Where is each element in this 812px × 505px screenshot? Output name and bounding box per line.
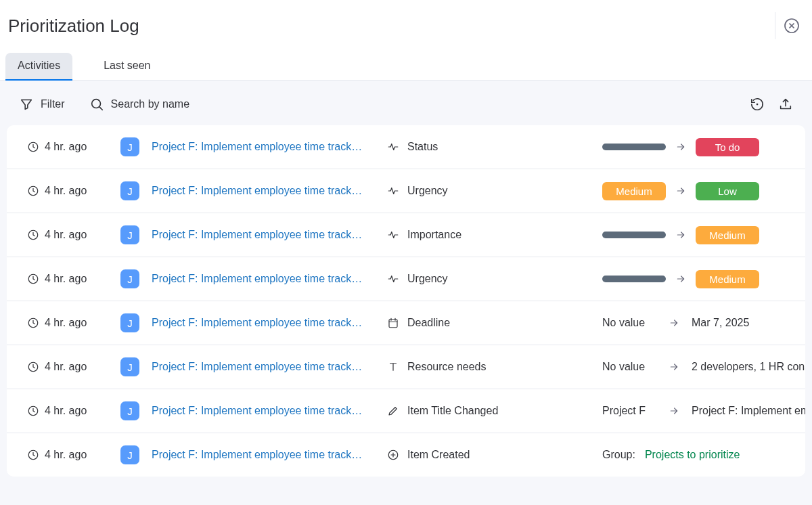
group-link[interactable]: Projects to prioritize [645, 449, 740, 461]
field-icon [387, 449, 399, 461]
arrow-right-icon [675, 185, 686, 196]
user-avatar[interactable]: J [120, 181, 139, 200]
toolbar: Filter Search by name [7, 87, 805, 121]
user-avatar[interactable]: J [120, 401, 139, 420]
field-cell: Item Created [387, 449, 590, 461]
time-text: 4 hr. ago [45, 361, 87, 373]
field-cell: Deadline [387, 317, 590, 329]
arrow-right-icon [669, 317, 679, 328]
item-link[interactable]: Project F: Implement employee time track… [152, 229, 375, 241]
tab-last-seen[interactable]: Last seen [91, 53, 162, 80]
change-plain: No value2 developers, 1 HR consul… [602, 361, 805, 373]
time-cell: 4 hr. ago [27, 273, 108, 285]
pencil-icon [387, 405, 399, 417]
svg-rect-8 [389, 320, 397, 328]
user-avatar[interactable]: J [120, 445, 139, 464]
arrow-right-icon [675, 141, 686, 152]
user-avatar[interactable]: J [120, 269, 139, 288]
field-cell: Importance [387, 229, 590, 241]
field-name: Resource needs [407, 361, 487, 373]
time-text: 4 hr. ago [45, 141, 87, 153]
time-text: 4 hr. ago [45, 273, 87, 285]
to-pill: Medium [696, 226, 759, 244]
clock-icon [27, 361, 39, 373]
from-pill [602, 232, 666, 238]
from-pill: Medium [602, 182, 666, 200]
from-text: No value [602, 361, 656, 373]
activity-row: 4 hr. agoJProject F: Implement employee … [7, 301, 805, 345]
export-button[interactable] [778, 97, 793, 112]
pulse-icon [387, 229, 399, 241]
tab-activities[interactable]: Activities [5, 53, 72, 80]
close-icon [784, 18, 800, 34]
change-plain: No valueMar 7, 2025 [602, 317, 749, 329]
item-link[interactable]: Project F: Implement employee time track… [152, 361, 375, 373]
time-text: 4 hr. ago [45, 449, 87, 461]
change-cell: No value2 developers, 1 HR consul… [602, 361, 805, 373]
activity-row: 4 hr. agoJProject F: Implement employee … [7, 389, 805, 433]
field-name: Urgency [407, 185, 448, 197]
item-link[interactable]: Project F: Implement employee time track… [152, 449, 375, 461]
field-name: Urgency [407, 273, 448, 285]
filter-icon [19, 97, 34, 112]
arrow-right-icon [669, 361, 679, 372]
field-cell: Item Title Changed [387, 405, 590, 417]
header-divider [775, 12, 775, 39]
clock-icon [27, 405, 39, 417]
field-icon [387, 185, 399, 197]
field-cell: Urgency [387, 185, 590, 197]
activity-panel: 4 hr. agoJProject F: Implement employee … [7, 125, 805, 477]
activity-row: 4 hr. agoJProject F: Implement employee … [7, 433, 805, 477]
field-icon [387, 141, 399, 153]
field-name: Item Created [407, 449, 470, 461]
user-avatar[interactable]: J [120, 225, 139, 244]
arrow [675, 141, 686, 152]
refresh-button[interactable] [750, 97, 765, 112]
content: Filter Search by name 4 hr. agoJProject … [0, 81, 812, 505]
time-text: 4 hr. ago [45, 317, 87, 329]
field-cell: Urgency [387, 273, 590, 285]
clock-icon [27, 141, 39, 153]
svg-point-2 [757, 104, 759, 106]
item-link[interactable]: Project F: Implement employee time track… [152, 317, 375, 329]
change-cell: Medium [602, 270, 785, 288]
activity-row: 4 hr. agoJProject F: Implement employee … [7, 213, 805, 257]
search-button[interactable]: Search by name [89, 97, 190, 112]
user-avatar[interactable]: J [120, 313, 139, 332]
change-plain: Project FProject F: Implement emp… [602, 405, 805, 417]
field-name: Deadline [407, 317, 450, 329]
from-text: Project F [602, 405, 656, 417]
clock-icon [27, 273, 39, 285]
time-text: 4 hr. ago [45, 229, 87, 241]
pulse-icon [387, 273, 399, 285]
item-link[interactable]: Project F: Implement employee time track… [152, 273, 375, 285]
close-button[interactable] [784, 18, 800, 34]
to-pill: Low [696, 182, 759, 200]
to-pill: To do [696, 138, 759, 156]
field-icon [387, 229, 399, 241]
time-text: 4 hr. ago [45, 405, 87, 417]
time-cell: 4 hr. ago [27, 185, 108, 197]
change-cell: MediumLow [602, 182, 785, 200]
calendar-icon [387, 317, 399, 329]
user-avatar[interactable]: J [120, 357, 139, 376]
filter-button[interactable]: Filter [19, 97, 65, 112]
header: Prioritization Log [0, 0, 812, 53]
search-icon [89, 97, 104, 112]
activity-row: 4 hr. agoJProject F: Implement employee … [7, 125, 805, 169]
field-name: Item Title Changed [407, 405, 498, 417]
activity-row: 4 hr. agoJProject F: Implement employee … [7, 345, 805, 389]
field-name: Importance [407, 229, 461, 241]
item-link[interactable]: Project F: Implement employee time track… [152, 405, 375, 417]
arrow-right-icon [675, 229, 686, 240]
time-cell: 4 hr. ago [27, 229, 108, 241]
field-cell: Resource needs [387, 361, 590, 373]
item-link[interactable]: Project F: Implement employee time track… [152, 185, 375, 197]
item-link[interactable]: Project F: Implement employee time track… [152, 141, 375, 153]
pulse-icon [387, 141, 399, 153]
field-icon [387, 405, 399, 417]
to-pill: Medium [696, 270, 759, 288]
change-cell: To do [602, 138, 785, 156]
refresh-icon [750, 97, 765, 112]
user-avatar[interactable]: J [120, 137, 139, 156]
